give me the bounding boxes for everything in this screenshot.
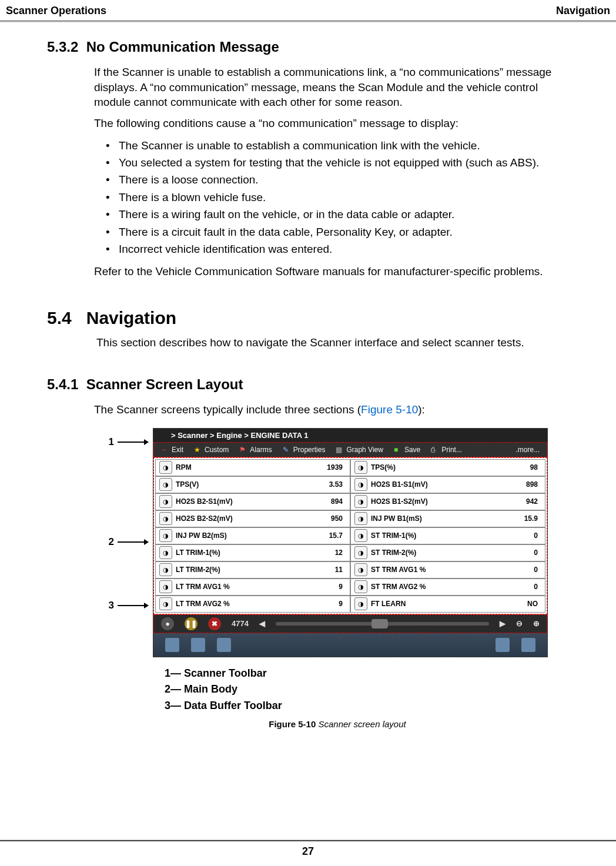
lock-icon[interactable]: ◑ [354, 461, 367, 474]
lock-icon[interactable]: ◑ [354, 597, 367, 610]
graph-view-button[interactable]: ▦Graph View [336, 446, 383, 454]
stop-icon[interactable]: ✖ [208, 617, 221, 630]
lock-icon[interactable]: ◑ [354, 546, 367, 559]
para: The Scanner screens typically include th… [94, 402, 569, 417]
lock-icon[interactable]: ◑ [354, 563, 367, 576]
prev-frame-icon[interactable]: ◀ [259, 619, 265, 628]
param-value: 11 [335, 566, 350, 574]
data-cell[interactable]: ◑HO2S B2-S2(mV)950 [155, 510, 350, 527]
data-cell[interactable]: ◑INJ PW B1(mS)15.9 [350, 510, 545, 527]
lock-icon[interactable]: ◑ [159, 495, 172, 508]
save-icon: ■ [394, 446, 402, 454]
data-cell[interactable]: ◑LT TRM AVG1 %9 [155, 579, 350, 596]
lock-icon[interactable]: ◑ [159, 461, 172, 474]
label: Save [404, 446, 420, 454]
data-cell[interactable]: ◑ST TRM AVG2 %0 [350, 579, 545, 596]
para-text: The Scanner screens typically include th… [94, 403, 361, 416]
param-value: 0 [534, 583, 545, 591]
next-frame-icon[interactable]: ▶ [500, 619, 505, 628]
lock-icon[interactable]: ◑ [354, 478, 367, 491]
dock-icon[interactable] [496, 638, 510, 652]
zoom-out-icon[interactable]: ⊖ [516, 619, 523, 628]
param-value: 9 [339, 583, 350, 591]
callout-number: 3 [106, 600, 114, 611]
lock-icon[interactable]: ◑ [159, 512, 172, 525]
data-row: ◑LT TRIM-1(%)12◑ST TRIM-2(%)0 [155, 544, 545, 561]
label: Exit [172, 446, 183, 454]
home-icon[interactable] [165, 638, 179, 652]
data-cell[interactable]: ◑TPS(%)98 [350, 459, 545, 476]
data-cell[interactable]: ◑HO2S B2-S1(mV)894 [155, 493, 350, 510]
alarms-button[interactable]: ⚑Alarms [239, 446, 272, 454]
param-name: INJ PW B2(mS) [176, 531, 329, 540]
data-cell[interactable]: ◑ST TRIM-2(%)0 [350, 544, 545, 561]
data-row: ◑LT TRIM-2(%)11◑ST TRM AVG1 %0 [155, 561, 545, 579]
custom-button[interactable]: ★Custom [194, 446, 229, 454]
data-cell[interactable]: ◑TPS(V)3.53 [155, 476, 350, 493]
dock-icon[interactable] [217, 638, 231, 652]
breadcrumb: > Scanner > Engine > ENGINE DATA 1 [153, 429, 547, 442]
data-row: ◑HO2S B2-S1(mV)894◑HO2S B1-S2(mV)942 [155, 493, 545, 510]
more-button[interactable]: .more... [515, 446, 540, 454]
dock-icon[interactable] [521, 638, 535, 652]
bullet-item: The Scanner is unable to establish a com… [106, 137, 569, 154]
lock-icon[interactable]: ◑ [354, 495, 367, 508]
exit-button[interactable]: ←Exit [161, 446, 183, 454]
data-row: ◑HO2S B2-S2(mV)950◑INJ PW B1(mS)15.9 [155, 510, 545, 527]
data-cell[interactable]: ◑HO2S B1-S2(mV)942 [350, 493, 545, 510]
data-cell[interactable]: ◑RPM1939 [155, 459, 350, 476]
heading-title: No Communication Message [86, 39, 279, 55]
figure-reference[interactable]: Figure 5-10 [361, 403, 418, 416]
data-buffer-toolbar: ● ❚❚ ✖ 4774 ◀ ▶ ⊖ ⊕ [153, 614, 547, 633]
lock-icon[interactable]: ◑ [354, 512, 367, 525]
param-name: HO2S B1-S1(mV) [371, 480, 526, 489]
buffer-slider[interactable] [276, 622, 489, 626]
heading-num: 5.3.2 [47, 39, 78, 55]
lock-icon[interactable]: ◑ [159, 546, 172, 559]
param-name: ST TRIM-1(%) [371, 531, 534, 540]
param-name: LT TRM AVG1 % [176, 583, 339, 591]
data-cell[interactable]: ◑LT TRIM-1(%)12 [155, 544, 350, 561]
print-button[interactable]: ⎙Print... [431, 446, 462, 454]
data-row: ◑RPM1939◑TPS(%)98 [155, 459, 545, 476]
lock-icon[interactable]: ◑ [159, 597, 172, 610]
data-cell[interactable]: ◑HO2S B1-S1(mV)898 [350, 476, 545, 493]
record-icon[interactable]: ● [161, 617, 174, 630]
lock-icon[interactable]: ◑ [159, 580, 172, 593]
bullet-item: There is a circuit fault in the data cab… [106, 223, 569, 240]
scanner-toolbar: ←Exit ★Custom ⚑Alarms ✎Properties ▦Graph… [153, 442, 547, 457]
arrow-icon [118, 541, 148, 543]
heading-5-4: 5.4 Navigation [47, 308, 569, 328]
param-name: LT TRIM-2(%) [176, 566, 335, 574]
figure-title: Scanner screen layout [318, 719, 406, 729]
data-row: ◑INJ PW B2(mS)15.7◑ST TRIM-1(%)0 [155, 527, 545, 544]
save-button[interactable]: ■Save [394, 446, 420, 454]
callout-3: 3 [106, 600, 153, 611]
param-value: 9 [339, 600, 350, 608]
data-cell[interactable]: ◑LT TRIM-2(%)11 [155, 561, 350, 579]
star-icon: ★ [194, 446, 202, 454]
label: Alarms [250, 446, 272, 454]
lock-icon[interactable]: ◑ [159, 529, 172, 542]
legend-item: 2— Main Body [165, 681, 569, 698]
data-cell[interactable]: ◑LT TRM AVG2 %9 [155, 596, 350, 613]
wrench-icon: ✎ [283, 446, 291, 454]
footer-rule [0, 840, 616, 841]
zoom-in-icon[interactable]: ⊕ [533, 619, 540, 628]
properties-button[interactable]: ✎Properties [283, 446, 326, 454]
dock-icon[interactable] [191, 638, 205, 652]
data-cell[interactable]: ◑ST TRM AVG1 %0 [350, 561, 545, 579]
data-cell[interactable]: ◑INJ PW B2(mS)15.7 [155, 527, 350, 544]
lock-icon[interactable]: ◑ [159, 478, 172, 491]
print-icon: ⎙ [431, 446, 439, 454]
pause-icon[interactable]: ❚❚ [185, 617, 197, 630]
lock-icon[interactable]: ◑ [354, 580, 367, 593]
lock-icon[interactable]: ◑ [159, 563, 172, 576]
data-cell[interactable]: ◑ST TRIM-1(%)0 [350, 527, 545, 544]
lock-icon[interactable]: ◑ [354, 529, 367, 542]
data-cell[interactable]: ◑FT LEARNNO [350, 596, 545, 613]
param-value: NO [527, 600, 545, 608]
label: Print... [441, 446, 462, 454]
figure-legend: 1— Scanner Toolbar 2— Main Body 3— Data … [165, 666, 569, 715]
param-value: 98 [530, 463, 545, 472]
